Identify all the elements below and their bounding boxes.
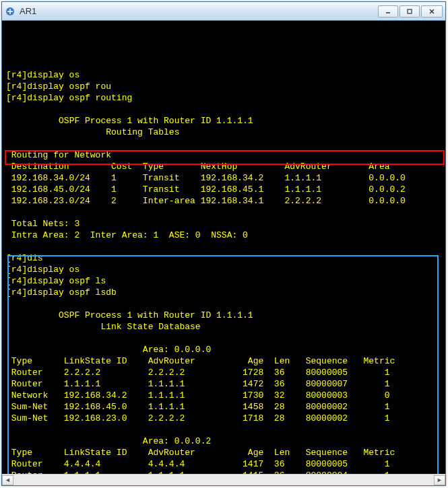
terminal-line: [r4]display os xyxy=(6,264,441,275)
window-title: AR1 xyxy=(20,6,36,16)
terminal-line: Sum-Net 192.168.23.0 2.2.2.2 1718 28 800… xyxy=(6,413,441,424)
terminal-line: Router 1.1.1.1 1.1.1.1 1415 36 80000004 … xyxy=(6,470,441,474)
app-window: AR1 [r4]display os[r4]display ospf rou[r… xyxy=(1,1,446,486)
svg-rect-2 xyxy=(408,9,412,13)
terminal-line: [r4]display ospf rou xyxy=(6,81,441,92)
terminal-line: [r4]dis xyxy=(6,252,441,264)
minimize-button[interactable] xyxy=(378,5,398,18)
terminal-line: Router 2.2.2.2 2.2.2.2 1728 36 80000005 … xyxy=(6,367,441,378)
terminal-line xyxy=(6,333,441,344)
terminal-line: [r4]display ospf ls xyxy=(6,275,441,287)
scroll-left-button[interactable]: ◄ xyxy=(2,475,13,485)
terminal[interactable]: [r4]display os[r4]display ospf rou[r4]di… xyxy=(2,21,445,474)
window-controls xyxy=(378,5,443,18)
terminal-line: OSPF Process 1 with Router ID 1.1.1.1 xyxy=(6,310,441,321)
terminal-line xyxy=(6,424,441,435)
terminal-line: Routing for Network xyxy=(6,149,441,161)
terminal-line: Link State Database xyxy=(6,321,441,333)
terminal-line: 192.168.23.0/24 2 Inter-area 192.168.34.… xyxy=(6,195,441,207)
terminal-line: Intra Area: 2 Inter Area: 1 ASE: 0 NSSA:… xyxy=(6,230,441,241)
terminal-line xyxy=(6,298,441,310)
terminal-line: Destination Cost Type NextHop AdvRouter … xyxy=(6,161,441,172)
terminal-line: [r4]display ospf routing xyxy=(6,92,441,104)
terminal-line xyxy=(6,104,441,115)
terminal-line: Type LinkState ID AdvRouter Age Len Sequ… xyxy=(6,447,441,458)
terminal-line: Area: 0.0.0.0 xyxy=(6,344,441,355)
terminal-line: [r4]display ospf lsdb xyxy=(6,287,441,298)
scroll-right-button[interactable]: ► xyxy=(434,475,445,485)
horizontal-scrollbar[interactable]: ◄ ► xyxy=(2,474,445,485)
terminal-line xyxy=(6,241,441,252)
terminal-line xyxy=(6,138,441,149)
terminal-line: Routing Tables xyxy=(6,127,441,138)
terminal-line: Router 1.1.1.1 1.1.1.1 1472 36 80000007 … xyxy=(6,378,441,390)
maximize-button[interactable] xyxy=(399,5,420,18)
terminal-line: Total Nets: 3 xyxy=(6,218,441,230)
terminal-line: OSPF Process 1 with Router ID 1.1.1.1 xyxy=(6,115,441,127)
app-icon xyxy=(5,6,15,17)
titlebar[interactable]: AR1 xyxy=(2,2,445,21)
terminal-line: Area: 0.0.0.2 xyxy=(6,435,441,447)
terminal-line: Sum-Net 192.168.45.0 1.1.1.1 1458 28 800… xyxy=(6,401,441,413)
terminal-line: 192.168.45.0/24 1 Transit 192.168.45.1 1… xyxy=(6,184,441,195)
terminal-line: Type LinkState ID AdvRouter Age Len Sequ… xyxy=(6,355,441,367)
terminal-line: 192.168.34.0/24 1 Transit 192.168.34.2 1… xyxy=(6,172,441,184)
terminal-line: Router 4.4.4.4 4.4.4.4 1417 36 80000005 … xyxy=(6,458,441,470)
terminal-line: Network 192.168.34.2 1.1.1.1 1730 32 800… xyxy=(6,390,441,401)
scroll-track[interactable] xyxy=(13,475,434,485)
terminal-line: [r4]display os xyxy=(6,69,441,81)
terminal-line xyxy=(6,207,441,218)
close-button[interactable] xyxy=(421,5,443,18)
